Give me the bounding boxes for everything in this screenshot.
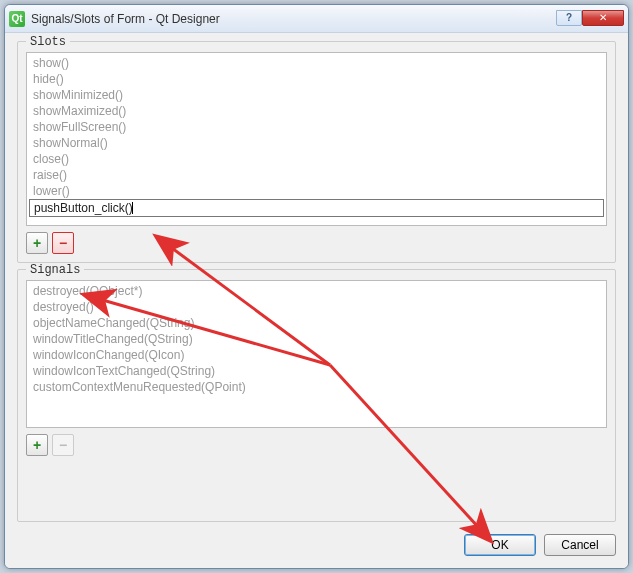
window-buttons: ? ✕: [556, 12, 624, 26]
slot-edit-value: pushButton_click(): [34, 201, 133, 215]
list-item[interactable]: windowTitleChanged(QString): [29, 331, 604, 347]
signals-listbox[interactable]: destroyed(QObject*) destroyed() objectNa…: [26, 280, 607, 428]
titlebar[interactable]: Qt Signals/Slots of Form - Qt Designer ?…: [5, 5, 628, 33]
slots-button-row: + −: [26, 232, 607, 254]
signals-group-label: Signals: [26, 263, 84, 277]
list-item[interactable]: destroyed(QObject*): [29, 283, 604, 299]
help-button[interactable]: ?: [556, 10, 582, 26]
window-title: Signals/Slots of Form - Qt Designer: [31, 12, 556, 26]
slots-group: Slots show() hide() showMinimized() show…: [17, 41, 616, 263]
list-item[interactable]: close(): [29, 151, 604, 167]
slot-edit-input[interactable]: pushButton_click(): [29, 199, 604, 217]
app-icon: Qt: [9, 11, 25, 27]
remove-signal-button: −: [52, 434, 74, 456]
list-item[interactable]: customContextMenuRequested(QPoint): [29, 379, 604, 395]
list-item[interactable]: showMaximized(): [29, 103, 604, 119]
remove-slot-button[interactable]: −: [52, 232, 74, 254]
list-item[interactable]: showFullScreen(): [29, 119, 604, 135]
list-item[interactable]: showNormal(): [29, 135, 604, 151]
text-caret: [132, 202, 133, 214]
list-item[interactable]: lower(): [29, 183, 604, 199]
signals-group: Signals destroyed(QObject*) destroyed() …: [17, 269, 616, 522]
dialog-button-row: OK Cancel: [17, 528, 616, 556]
list-item[interactable]: showMinimized(): [29, 87, 604, 103]
signals-button-row: + −: [26, 434, 607, 456]
list-item[interactable]: raise(): [29, 167, 604, 183]
ok-button[interactable]: OK: [464, 534, 536, 556]
list-item[interactable]: windowIconChanged(QIcon): [29, 347, 604, 363]
list-item[interactable]: windowIconTextChanged(QString): [29, 363, 604, 379]
slots-group-label: Slots: [26, 35, 70, 49]
dialog-content: Slots show() hide() showMinimized() show…: [5, 33, 628, 568]
dialog-window: Qt Signals/Slots of Form - Qt Designer ?…: [4, 4, 629, 569]
add-signal-button[interactable]: +: [26, 434, 48, 456]
list-item[interactable]: objectNameChanged(QString): [29, 315, 604, 331]
list-item[interactable]: destroyed(): [29, 299, 604, 315]
list-item[interactable]: hide(): [29, 71, 604, 87]
list-item[interactable]: show(): [29, 55, 604, 71]
close-button[interactable]: ✕: [582, 10, 624, 26]
cancel-button[interactable]: Cancel: [544, 534, 616, 556]
add-slot-button[interactable]: +: [26, 232, 48, 254]
slots-listbox[interactable]: show() hide() showMinimized() showMaximi…: [26, 52, 607, 226]
